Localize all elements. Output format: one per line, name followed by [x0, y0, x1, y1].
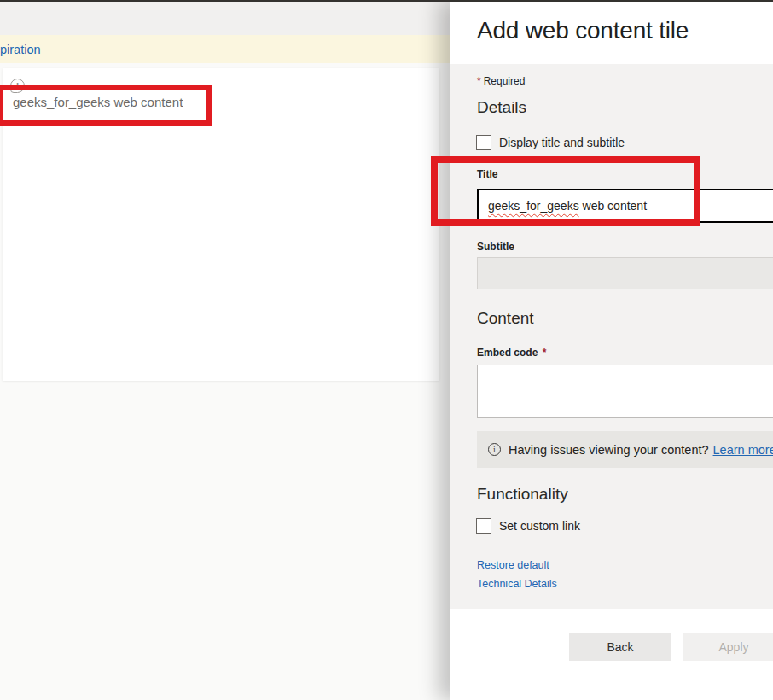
panel-footer: Back Apply: [450, 609, 773, 700]
required-asterisk: *: [477, 75, 481, 87]
embed-required-asterisk: *: [543, 347, 547, 359]
embed-code-label: Embed code *: [477, 347, 549, 359]
info-banner: i Having issues viewing your content? Le…: [477, 431, 773, 468]
custom-link-checkbox[interactable]: [476, 518, 491, 534]
annotation-rect-title-field: [431, 156, 700, 226]
info-banner-text: Having issues viewing your content?: [509, 443, 709, 457]
panel-title: Add web content tile: [477, 17, 689, 44]
subtitle-input[interactable]: [477, 257, 773, 289]
details-heading: Details: [477, 98, 526, 117]
add-web-content-panel: Add web content tile *Required Details D…: [450, 0, 773, 700]
apply-button[interactable]: Apply: [683, 633, 773, 661]
window-top-border: [0, 0, 773, 2]
content-heading: Content: [477, 309, 534, 328]
custom-link-checkbox-label: Set custom link: [499, 519, 580, 533]
banner-link[interactable]: piration: [0, 43, 41, 56]
back-button[interactable]: Back: [569, 633, 671, 661]
custom-link-checkbox-row: Set custom link: [476, 518, 580, 534]
required-note: *Required: [477, 75, 525, 87]
learn-more-link[interactable]: Learn more: [713, 443, 773, 457]
display-title-checkbox-label: Display title and subtitle: [499, 136, 625, 149]
info-icon: i: [488, 443, 501, 456]
display-title-checkbox-row: Display title and subtitle: [476, 135, 625, 150]
subtitle-field-label: Subtitle: [477, 241, 514, 253]
annotation-rect-tile-title: [0, 85, 212, 126]
restore-default-link[interactable]: Restore default: [477, 559, 549, 571]
required-text: Required: [484, 75, 526, 87]
panel-form: *Required Details Display title and subt…: [450, 64, 773, 609]
functionality-heading: Functionality: [477, 485, 568, 504]
embed-code-textarea[interactable]: [477, 365, 773, 418]
display-title-checkbox[interactable]: [476, 135, 491, 150]
technical-details-link[interactable]: Technical Details: [477, 578, 557, 590]
